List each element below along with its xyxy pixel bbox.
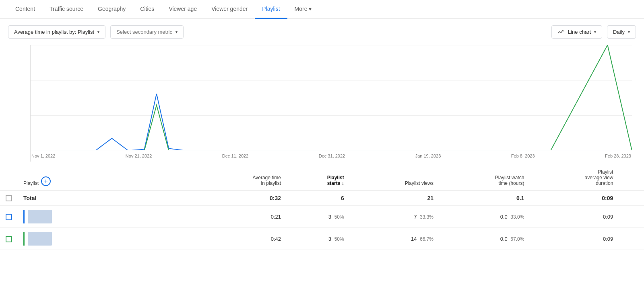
row1-checkbox-cell (0, 206, 18, 228)
row2-playlist-views: 14 66.7% (350, 228, 439, 250)
x-label-feb28: Feb 28, 2023 (605, 154, 631, 158)
total-spacer (619, 190, 644, 206)
col-header-spacer (619, 165, 644, 190)
tab-content[interactable]: Content (8, 0, 42, 19)
row2-name-cell (18, 228, 198, 250)
toolbar-right: Line chart ▾ Daily ▾ (551, 25, 636, 39)
row1-thumbnail (28, 210, 52, 223)
total-playlist-views: 21 (350, 190, 439, 206)
primary-metric-dropdown[interactable]: Average time in playlist by: Playlist ▾ (8, 25, 105, 39)
tab-cities[interactable]: Cities (133, 0, 161, 19)
row2-watch-time: 0.0 67.0% (439, 228, 530, 250)
table-row: 0:42 3 50% 14 66.7% 0.0 67.0% 0:09 (0, 228, 644, 250)
total-avg-time: 0:32 (198, 190, 287, 206)
chart-type-chevron-icon: ▾ (594, 30, 596, 34)
row1-avg-time: 0:21 (198, 206, 287, 228)
line-chart-icon (557, 29, 565, 35)
total-label-cell: Total (18, 190, 198, 206)
row2-thumbnail (28, 232, 52, 246)
row1-spacer (619, 206, 644, 228)
secondary-metric-chevron-icon: ▾ (175, 30, 178, 34)
row1-name-cell (18, 206, 198, 228)
table-header-row: Playlist + Average timein playlist Playl… (0, 165, 644, 190)
tab-viewer-gender[interactable]: Viewer gender (204, 0, 255, 19)
row2-checkbox-cell (0, 228, 18, 250)
x-label-dec11: Dec 11, 2022 (222, 154, 248, 158)
secondary-metric-label: Select secondary metric (116, 29, 172, 35)
total-checkbox-cell (0, 190, 18, 206)
x-label-dec31: Dec 31, 2022 (319, 154, 345, 158)
add-column-button[interactable]: + (41, 176, 51, 186)
x-label-nov21: Nov 21, 2022 (126, 154, 152, 158)
row1-checkbox[interactable] (6, 214, 12, 220)
granularity-dropdown[interactable]: Daily ▾ (607, 25, 636, 39)
granularity-label: Daily (613, 29, 625, 35)
total-avg-duration: 0:09 (530, 190, 619, 206)
data-table-container: Playlist + Average timein playlist Playl… (0, 165, 644, 250)
chart-wrapper: Nov 1, 2022 Nov 21, 2022 Dec 11, 2022 De… (30, 45, 632, 162)
chart-type-label: Line chart (568, 29, 591, 35)
total-watch-time: 0.1 (439, 190, 530, 206)
row1-playlist-starts: 3 50% (287, 206, 350, 228)
sort-down-icon: ↓ (342, 180, 344, 186)
primary-metric-label: Average time in playlist by: Playlist (14, 29, 94, 35)
row2-color-bar (23, 232, 25, 246)
row2-spacer (619, 228, 644, 250)
chart-svg (31, 45, 632, 150)
x-label-jan19: Jan 19, 2023 (415, 154, 441, 158)
col-header-avg-time: Average timein playlist (198, 165, 287, 190)
toolbar: Average time in playlist by: Playlist ▾ … (0, 19, 644, 45)
row1-watch-time: 0.0 33.0% (439, 206, 530, 228)
col-header-avg-duration: Playlistaverage viewduration (530, 165, 619, 190)
x-label-feb8: Feb 8, 2023 (511, 154, 535, 158)
chart-container: 0.02 0.01 0.01 0 Nov 1, 2022 Nov 21, 202… (0, 45, 644, 162)
row2-playlist-starts: 3 50% (287, 228, 350, 250)
row1-playlist-views: 7 33.3% (350, 206, 439, 228)
row1-avg-duration: 0:09 (530, 206, 619, 228)
data-table: Playlist + Average timein playlist Playl… (0, 165, 644, 250)
tab-playlist[interactable]: Playlist (255, 0, 287, 19)
x-axis-labels: Nov 1, 2022 Nov 21, 2022 Dec 11, 2022 De… (31, 150, 632, 162)
total-checkbox[interactable] (6, 195, 12, 201)
table-row-total: Total 0:32 6 21 0.1 0:09 (0, 190, 644, 206)
chart-area: 0.02 0.01 0.01 0 Nov 1, 2022 Nov 21, 202… (8, 45, 636, 162)
total-playlist-starts: 6 (287, 190, 350, 206)
row1-color-bar (23, 210, 25, 223)
tab-more[interactable]: More ▾ (287, 0, 319, 19)
tab-traffic-source[interactable]: Traffic source (42, 0, 91, 19)
nav-tabs: Content Traffic source Geography Cities … (0, 0, 644, 19)
row2-avg-time: 0:42 (198, 228, 287, 250)
checkbox-header (0, 165, 18, 190)
secondary-metric-dropdown[interactable]: Select secondary metric ▾ (110, 25, 184, 39)
tab-viewer-age[interactable]: Viewer age (161, 0, 204, 19)
row2-checkbox[interactable] (6, 236, 12, 242)
tab-geography[interactable]: Geography (91, 0, 133, 19)
col-header-playlist: Playlist + (18, 165, 198, 190)
row2-avg-duration: 0:09 (530, 228, 619, 250)
granularity-chevron-icon: ▾ (628, 30, 630, 34)
chart-type-dropdown[interactable]: Line chart ▾ (551, 25, 602, 39)
x-label-nov1: Nov 1, 2022 (31, 154, 55, 158)
table-row: 0:21 3 50% 7 33.3% 0.0 33.0% 0:09 (0, 206, 644, 228)
primary-metric-chevron-icon: ▾ (97, 30, 99, 34)
col-header-playlist-views: Playlist views (350, 165, 439, 190)
col-header-watch-time: Playlist watchtime (hours) (439, 165, 530, 190)
chevron-down-icon: ▾ (309, 6, 312, 12)
col-header-playlist-starts[interactable]: Playliststarts ↓ (287, 165, 350, 190)
